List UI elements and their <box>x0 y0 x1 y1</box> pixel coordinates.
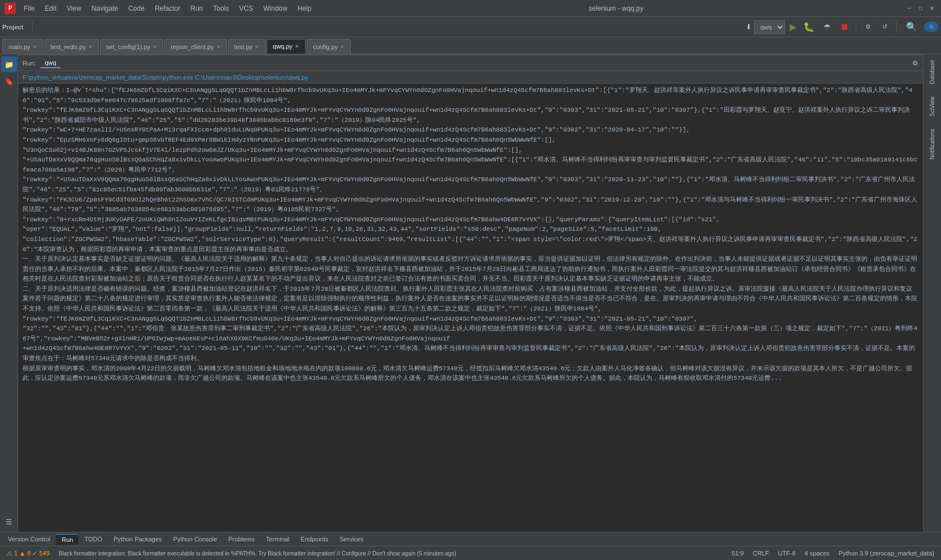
line-col-indicator[interactable]: 51:9 <box>729 550 746 557</box>
debug-button[interactable]: 🐛 <box>801 21 817 32</box>
run-output[interactable]: 解密后的结果：I—@V`T^shu":{"fEJK6mZ0fL3CqiKXC+C… <box>18 84 923 532</box>
tab-set-config-py[interactable]: set_config(1).py ✕ <box>100 39 163 54</box>
run-toolbar: Run: qwq ⚙ <box>18 55 923 71</box>
close-tab-rejson-client-py[interactable]: ✕ <box>216 44 221 50</box>
close-tab-set-config-py[interactable]: ✕ <box>153 44 157 50</box>
refresh-button[interactable]: ↺ <box>878 21 892 32</box>
tab-terminal[interactable]: Terminal <box>260 534 295 544</box>
output-content: 解密后的结果：I—@V`T^shu":{"fEJK6mZ0fL3CqiKXC+C… <box>23 86 918 384</box>
close-tab-qwq-py[interactable]: ✕ <box>295 43 299 49</box>
close-button[interactable]: ✕ <box>927 4 936 13</box>
sciview-icon[interactable]: SciView <box>925 93 940 120</box>
bottom-tabs-bar: Version Control Run TODO Python Packages… <box>0 532 941 546</box>
project-label: Project <box>2 24 23 30</box>
tab-python-console[interactable]: Python Console <box>168 534 223 544</box>
structure-icon[interactable]: ☰ <box>1 514 17 530</box>
right-icon-bar: Database SciView Notifications <box>923 54 941 532</box>
tab-label-qwq-py: qwq.py <box>273 43 293 50</box>
toolbar-separator-3 <box>896 21 897 33</box>
tab-python-packages[interactable]: Python Packages <box>108 534 168 544</box>
left-icon-bar: 📁 🔖 ☰ <box>0 54 18 532</box>
titlebar: P File Edit View Navigate Code Refactor … <box>0 0 941 17</box>
tab-todo[interactable]: TODO <box>79 534 108 544</box>
tab-test-py[interactable]: test.py ✕ <box>228 39 265 54</box>
tab-main-py[interactable]: main.py ✕ <box>2 39 43 54</box>
top-toolbar: Project ⬇ qwq ▶ 🐛 ☂ ⏹ ⚙ ↺ 🔍 ⚙ <box>0 17 941 37</box>
status-bar: ⚠ 1 ▲ 8 ✓ 549 Black formatter integratio… <box>0 546 941 560</box>
database-icon[interactable]: Database <box>925 56 940 88</box>
menu-tools[interactable]: Tools <box>208 2 233 15</box>
encoding-indicator[interactable]: UTF-8 <box>776 550 798 557</box>
close-tab-config-py[interactable]: ✕ <box>340 44 345 50</box>
build-button[interactable]: ⚙ <box>861 21 875 32</box>
warning-badge[interactable]: ⚠ 1 ▲ 8 ✓ 549 <box>5 550 52 557</box>
maximize-button[interactable]: □ <box>916 4 925 13</box>
menu-refactor[interactable]: Refactor <box>150 2 185 15</box>
tab-label-main-py: main.py <box>8 43 31 50</box>
menu-view[interactable]: View <box>62 2 86 15</box>
run-tab-qwq[interactable]: qwq <box>40 58 60 68</box>
menu-run[interactable]: Run <box>186 2 207 15</box>
tab-label-test-redis-py: test_redis.py <box>51 43 86 50</box>
tab-rejson-client-py[interactable]: rejson_client.py ✕ <box>164 39 226 54</box>
tab-label-rejson-client-py: rejson_client.py <box>171 43 214 50</box>
indent-indicator[interactable]: 4 spaces <box>803 550 832 557</box>
titlebar-left: P File Edit View Navigate Code Refactor … <box>5 2 316 15</box>
stop-button[interactable]: ⏹ <box>838 22 851 32</box>
toolbar-separator-2 <box>856 21 856 33</box>
notifications-icon[interactable]: Notifications <box>925 125 940 163</box>
settings-button[interactable]: ⚙ <box>924 21 939 32</box>
file-tabs: main.py ✕ test_redis.py ✕ set_config(1).… <box>0 37 941 54</box>
tab-version-control[interactable]: Version Control <box>2 534 56 544</box>
crlf-indicator[interactable]: CRLF <box>751 550 772 557</box>
menu-file[interactable]: File <box>19 2 39 15</box>
toolbar-separator-1 <box>32 21 33 33</box>
tab-endpoints[interactable]: Endpoints <box>295 534 334 544</box>
run-path: F:\python_virtualenv\zerocap_market_data… <box>18 71 923 84</box>
menu-edit[interactable]: Edit <box>40 2 61 15</box>
formatter-message: Black formatter integration: Black forma… <box>56 550 725 557</box>
run-config-select[interactable]: qwq <box>754 20 785 34</box>
main-area: 📁 🔖 ☰ Project ⊟ ≡ ⚙ ─ <box>0 54 941 532</box>
run-gear-icon[interactable]: ⚙ <box>912 59 918 67</box>
menu-help[interactable]: Help <box>293 2 316 15</box>
window-controls: ─ □ ✕ <box>905 4 936 13</box>
run-button[interactable]: ▶ <box>787 21 799 32</box>
python-version-indicator[interactable]: Python 3.9 (zerocap_market_data) <box>837 550 936 557</box>
app-logo: P <box>5 3 16 14</box>
tab-label-config-py: config.py <box>313 43 338 50</box>
tab-run[interactable]: Run <box>56 534 79 545</box>
menu-window[interactable]: Window <box>259 2 292 15</box>
close-tab-test-py[interactable]: ✕ <box>255 44 259 50</box>
tab-label-set-config-py: set_config(1).py <box>106 43 150 50</box>
close-tab-main-py[interactable]: ✕ <box>33 44 37 50</box>
tab-qwq-py[interactable]: qwq.py ✕ <box>267 39 306 54</box>
menu-bar: File Edit View Navigate Code Refactor Ru… <box>19 2 316 15</box>
minimize-button[interactable]: ─ <box>905 4 914 13</box>
tab-label-test-py: test.py <box>234 43 252 50</box>
menu-navigate[interactable]: Navigate <box>87 2 123 15</box>
tab-test-redis-py[interactable]: test_redis.py ✕ <box>45 39 99 54</box>
project-view-icon[interactable]: 📁 <box>1 56 17 72</box>
bookmark-icon[interactable]: 🔖 <box>1 73 17 89</box>
terminal-area: Run: qwq ⚙ F:\python_virtualenv\zerocap_… <box>18 54 923 532</box>
menu-code[interactable]: Code <box>124 2 149 15</box>
tab-config-py[interactable]: config.py ✕ <box>307 39 351 54</box>
menu-vcs[interactable]: VCS <box>234 2 258 15</box>
vcs-update-icon[interactable]: ⬇ <box>746 23 752 31</box>
tab-services[interactable]: Services <box>334 534 369 544</box>
run-label: Run: <box>23 60 36 67</box>
search-everywhere-button[interactable]: 🔍 <box>901 20 922 34</box>
tab-problems[interactable]: Problems <box>223 534 260 544</box>
run-coverage-button[interactable]: ☂ <box>819 21 835 33</box>
window-title: selenium - wqq.py <box>589 5 643 12</box>
close-tab-test-redis-py[interactable]: ✕ <box>88 44 93 50</box>
content-area: Project ⊟ ≡ ⚙ ─ ▼ 📂 seleniu <box>18 54 923 532</box>
